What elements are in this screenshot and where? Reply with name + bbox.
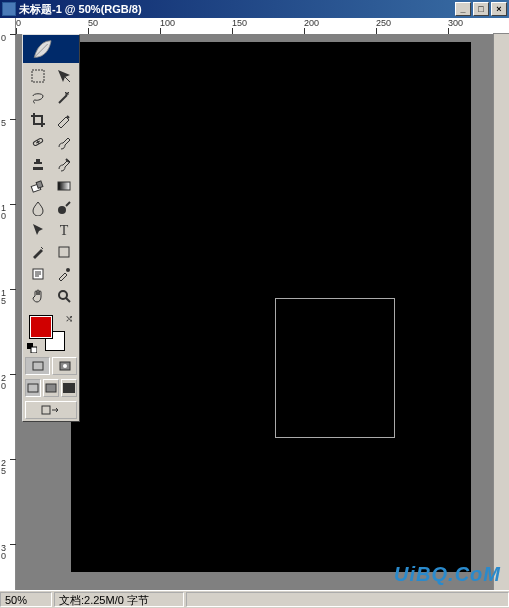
svg-point-16 — [63, 364, 67, 368]
horizontal-ruler[interactable]: 050100150200250300 — [16, 18, 493, 34]
zoom-field[interactable]: 50% — [0, 592, 52, 607]
screen-mode-standard[interactable] — [25, 379, 41, 397]
svg-rect-18 — [46, 384, 56, 392]
history-brush-tool[interactable] — [51, 153, 77, 175]
svg-rect-14 — [33, 362, 43, 370]
svg-rect-13 — [31, 347, 37, 353]
zoom-tool[interactable] — [51, 285, 77, 307]
svg-rect-20 — [42, 406, 50, 414]
horizontal-scrollbar[interactable] — [186, 592, 509, 607]
document-canvas[interactable] — [71, 42, 471, 572]
eyedropper-tool[interactable] — [51, 263, 77, 285]
blur-tool[interactable] — [25, 197, 51, 219]
magic-wand-tool[interactable] — [51, 87, 77, 109]
edit-mode-row — [23, 355, 79, 377]
pen-tool[interactable] — [25, 241, 51, 263]
crop-tool[interactable] — [25, 109, 51, 131]
status-bar: 50% 文档:2.25M/0 字节 — [0, 590, 509, 608]
move-tool[interactable] — [51, 65, 77, 87]
canvas-area[interactable] — [16, 34, 493, 590]
screen-mode-full[interactable] — [61, 379, 77, 397]
watermark-text: UiBQ.CoM — [394, 563, 501, 586]
dodge-tool[interactable] — [51, 197, 77, 219]
type-tool[interactable] — [51, 219, 77, 241]
svg-rect-17 — [28, 384, 38, 392]
vertical-ruler[interactable]: 051015202530 — [0, 34, 16, 590]
jump-to-row — [23, 399, 79, 421]
screen-mode-full-menubar[interactable] — [43, 379, 59, 397]
notes-tool[interactable] — [25, 263, 51, 285]
brush-tool[interactable] — [51, 131, 77, 153]
toolbox-header[interactable] — [23, 35, 79, 63]
gradient-tool[interactable] — [51, 175, 77, 197]
standard-mode-button[interactable] — [25, 357, 50, 375]
swap-colors-icon[interactable]: ⤭ — [65, 313, 73, 324]
lasso-tool[interactable] — [25, 87, 51, 109]
shape-tool[interactable] — [51, 241, 77, 263]
toolbox-panel: ⤭ — [22, 34, 80, 422]
title-bar: 未标题-1 @ 50%(RGB/8) _ □ × — [0, 0, 509, 18]
close-button[interactable]: × — [491, 2, 507, 16]
foreground-color-swatch[interactable] — [29, 315, 53, 339]
feather-icon — [27, 39, 75, 59]
path-select-tool[interactable] — [25, 219, 51, 241]
selection-rectangle[interactable] — [275, 298, 395, 438]
svg-rect-19 — [63, 383, 75, 393]
doc-info[interactable]: 文档:2.25M/0 字节 — [54, 592, 184, 607]
default-colors-icon[interactable] — [27, 343, 37, 353]
heal-tool[interactable] — [25, 131, 51, 153]
color-swatches: ⤭ — [25, 311, 77, 353]
slice-tool[interactable] — [51, 109, 77, 131]
hand-tool[interactable] — [25, 285, 51, 307]
ruler-origin[interactable] — [0, 18, 16, 34]
stamp-tool[interactable] — [25, 153, 51, 175]
marquee-tool[interactable] — [25, 65, 51, 87]
window-title: 未标题-1 @ 50%(RGB/8) — [19, 2, 453, 17]
minimize-button[interactable]: _ — [455, 2, 471, 16]
screen-mode-row — [23, 377, 79, 399]
app-icon — [2, 2, 16, 16]
jump-to-imageready-button[interactable] — [25, 401, 77, 419]
quickmask-mode-button[interactable] — [52, 357, 77, 375]
maximize-button[interactable]: □ — [473, 2, 489, 16]
vertical-scrollbar[interactable] — [493, 34, 509, 590]
eraser-tool[interactable] — [25, 175, 51, 197]
